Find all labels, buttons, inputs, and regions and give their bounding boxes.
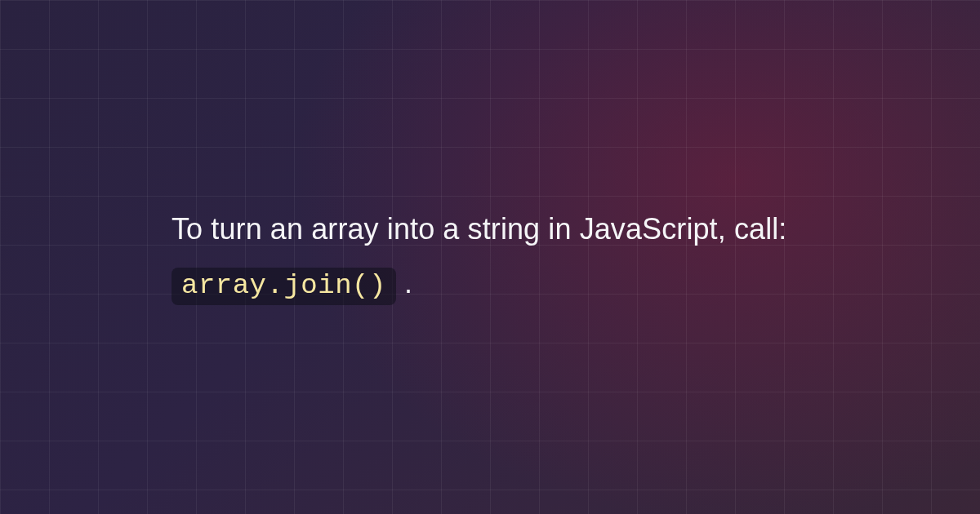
description-text: To turn an array into a string in JavaSc… [172,202,808,312]
card-canvas: To turn an array into a string in JavaSc… [0,0,980,514]
text-before-code: To turn an array into a string in JavaSc… [172,212,786,246]
card-content: To turn an array into a string in JavaSc… [122,202,858,312]
code-snippet: array.join() [172,268,396,305]
text-after-code: . [396,266,412,299]
